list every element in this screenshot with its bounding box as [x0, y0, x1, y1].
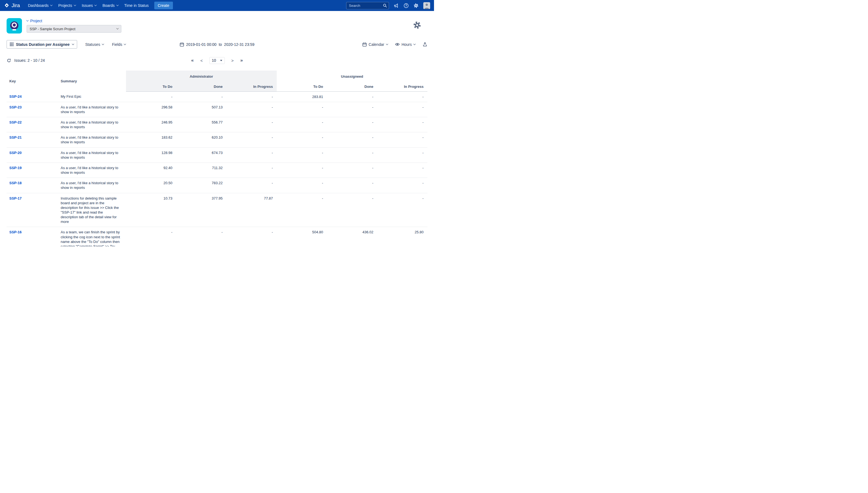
statuses-label: Statuses — [85, 42, 100, 47]
duration-cell: 183.62 — [126, 132, 176, 147]
nav-item-dashboards[interactable]: Dashboards — [25, 0, 56, 11]
jira-logo-icon — [4, 3, 9, 8]
refresh-icon[interactable] — [6, 58, 11, 63]
search-input[interactable] — [346, 2, 389, 9]
prev-page-button[interactable]: < — [200, 58, 203, 63]
duration-cell: - — [377, 163, 428, 178]
issue-key-link[interactable]: SSP-21 — [9, 135, 22, 140]
table-row: SSP-16As a team, we can finish the sprin… — [6, 227, 428, 246]
caret-down-icon — [220, 60, 222, 61]
duration-cell: - — [277, 117, 327, 132]
chevron-down-icon — [94, 4, 96, 6]
chevron-down-icon — [386, 43, 388, 45]
help-icon[interactable]: ? — [404, 3, 409, 8]
duration-cell: 25.80 — [377, 227, 428, 246]
page-size-select[interactable]: 10 — [210, 57, 225, 64]
eye-icon — [395, 42, 400, 47]
hours-display-dropdown[interactable]: Hours — [395, 42, 415, 47]
duration-cell: 296.58 — [126, 102, 176, 117]
issue-key-link[interactable]: SSP-17 — [9, 196, 22, 200]
duration-cell: - — [277, 102, 327, 117]
table-header: Key Summary Administrator Unassigneed To… — [6, 70, 428, 91]
table-row: SSP-22As a user, I'd like a historical s… — [6, 117, 428, 132]
table-row: SSP-23As a user, I'd like a historical s… — [6, 102, 428, 117]
report-settings-gear-icon[interactable] — [413, 21, 421, 29]
chevron-down-icon — [72, 43, 74, 45]
duration-cell: - — [377, 117, 428, 132]
export-icon[interactable] — [422, 42, 428, 47]
first-page-button[interactable]: « — [191, 58, 194, 63]
duration-cell: 711.32 — [176, 163, 226, 178]
svg-text:?: ? — [405, 4, 407, 7]
column-header-key: Key — [6, 70, 58, 91]
nav-item-boards[interactable]: Boards — [100, 0, 121, 11]
date-range-picker[interactable]: 2019-01-01 00:00 to 2020-12-31 23:59 — [179, 42, 255, 47]
duration-cell: - — [277, 163, 327, 178]
next-page-button[interactable]: > — [232, 58, 234, 63]
duration-cell: - — [226, 178, 277, 193]
duration-cell: 20.50 — [126, 178, 176, 193]
nav-item-projects[interactable]: Projects — [55, 0, 79, 11]
issue-key-link[interactable]: SSP-18 — [9, 181, 22, 185]
table-row: SSP-19As a user, I'd like a historical s… — [6, 163, 428, 178]
duration-cell: - — [377, 91, 428, 102]
issue-summary: Instructions for deleting this sample bo… — [58, 193, 126, 227]
issue-key-link[interactable]: SSP-24 — [9, 94, 22, 99]
duration-cell: - — [377, 193, 428, 227]
report-type-button[interactable]: Status Duration per Assignee — [6, 40, 77, 48]
duration-cell: - — [277, 193, 327, 227]
report-type-label: Status Duration per Assignee — [16, 42, 70, 47]
calendar-mode-dropdown[interactable]: Calendar — [362, 42, 388, 47]
duration-cell: - — [226, 91, 277, 102]
duration-cell: - — [377, 132, 428, 147]
group-header-unassigned: Unassigneed — [277, 70, 428, 82]
duration-cell: - — [327, 178, 377, 193]
hours-label: Hours — [402, 42, 412, 47]
duration-cell: 128.98 — [126, 147, 176, 163]
chevron-down-icon — [73, 4, 76, 6]
calendar-icon — [179, 42, 184, 47]
duration-cell: - — [277, 178, 327, 193]
project-select-value: SSP - Sample Scrum Project — [30, 27, 75, 31]
nav-item-time-in-status[interactable]: Time in Status — [121, 0, 152, 11]
duration-cell: - — [377, 147, 428, 163]
create-button[interactable]: Create — [154, 2, 173, 9]
fields-dropdown[interactable]: Fields — [112, 42, 126, 47]
nav-item-label: Time in Status — [124, 3, 149, 8]
project-section-toggle[interactable]: Project — [27, 19, 121, 23]
issue-key-link[interactable]: SSP-22 — [9, 120, 22, 124]
issue-summary: As a user, I'd like a historical story t… — [58, 147, 126, 163]
table-row: SSP-17Instructions for deleting this sam… — [6, 193, 428, 227]
duration-cell: - — [176, 227, 226, 246]
jira-brand[interactable]: Jira — [4, 2, 20, 8]
issue-summary: As a user, I'd like a historical story t… — [58, 102, 126, 117]
duration-cell: 10.73 — [126, 193, 176, 227]
duration-cell: - — [327, 117, 377, 132]
chevron-down-icon — [102, 43, 104, 45]
feedback-megaphone-icon[interactable] — [394, 3, 399, 8]
issue-key-link[interactable]: SSP-23 — [9, 105, 22, 109]
last-page-button[interactable]: » — [240, 58, 243, 63]
user-avatar[interactable] — [423, 2, 430, 9]
duration-cell: - — [226, 132, 277, 147]
duration-cell: - — [126, 91, 176, 102]
nav-item-label: Boards — [102, 3, 114, 8]
project-select[interactable]: SSP - Sample Scrum Project — [27, 25, 121, 33]
column-header-todo: To Do — [277, 82, 327, 91]
date-from: 2019-01-01 00:00 — [186, 42, 217, 47]
duration-cell: - — [377, 102, 428, 117]
table-row: SSP-21As a user, I'd like a historical s… — [6, 132, 428, 147]
settings-gear-icon[interactable] — [413, 3, 419, 8]
issue-key-link[interactable]: SSP-19 — [9, 166, 22, 170]
page-size-value: 10 — [212, 58, 216, 63]
statuses-dropdown[interactable]: Statuses — [85, 42, 104, 47]
duration-cell: - — [327, 102, 377, 117]
fields-label: Fields — [112, 42, 122, 47]
duration-cell: - — [226, 163, 277, 178]
nav-item-issues[interactable]: Issues — [79, 0, 100, 11]
issue-key-link[interactable]: SSP-16 — [9, 230, 22, 234]
duration-cell: - — [277, 147, 327, 163]
duration-cell: 436.02 — [327, 227, 377, 246]
report-toolbar: Status Duration per Assignee Statuses Fi… — [6, 40, 428, 48]
issue-key-link[interactable]: SSP-20 — [9, 151, 22, 155]
